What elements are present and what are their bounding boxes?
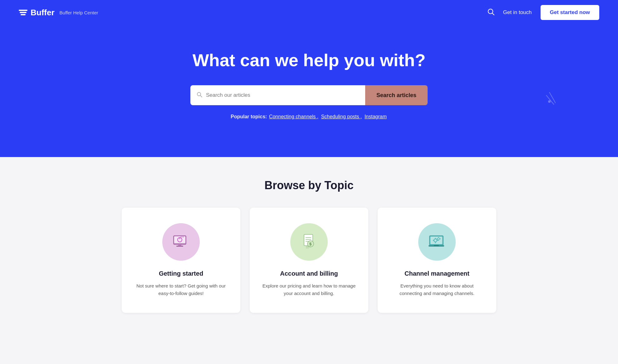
popular-topic-connecting-channels[interactable]: Connecting channels , xyxy=(269,114,318,119)
svg-rect-12 xyxy=(176,246,183,247)
card-title-channel-management: Channel management xyxy=(390,270,484,277)
search-bar-row: Search articles xyxy=(12,85,606,105)
card-desc-account-billing: Explore our pricing and learn how to man… xyxy=(262,282,356,297)
topic-card-account-billing[interactable]: $ Account and billing Explore our pricin… xyxy=(250,208,368,313)
svg-text:$: $ xyxy=(309,242,312,246)
popular-topic-scheduling-posts[interactable]: Scheduling posts , xyxy=(321,114,362,119)
svg-point-4 xyxy=(548,100,551,103)
card-icon-account-billing: $ xyxy=(290,223,328,261)
svg-rect-36 xyxy=(437,239,438,239)
card-icon-channel-management xyxy=(418,223,456,261)
svg-point-13 xyxy=(183,237,184,238)
search-input-wrap xyxy=(190,85,365,105)
svg-point-2 xyxy=(197,92,201,96)
buffer-logo: Buffer xyxy=(19,8,55,17)
search-input[interactable] xyxy=(206,92,359,98)
browse-title: Browse by Topic xyxy=(19,179,599,192)
svg-rect-29 xyxy=(435,242,436,243)
svg-rect-22 xyxy=(306,246,311,247)
card-title-getting-started: Getting started xyxy=(134,270,228,277)
header-search-button[interactable] xyxy=(488,8,494,17)
help-center-label: Buffer Help Center xyxy=(60,10,98,15)
topic-card-channel-management[interactable]: Channel management Everything you need t… xyxy=(378,208,496,313)
svg-rect-34 xyxy=(438,237,439,238)
card-desc-channel-management: Everything you need to know about connec… xyxy=(390,282,484,297)
popular-topics: Popular topics: Connecting channels , Sc… xyxy=(12,114,606,120)
cards-row: Getting started Not sure where to start?… xyxy=(19,208,599,313)
logo-text: Buffer xyxy=(31,8,55,17)
svg-point-27 xyxy=(434,239,437,242)
svg-line-5 xyxy=(546,95,554,105)
header: Buffer Buffer Help Center Get in touch G… xyxy=(0,0,618,25)
svg-line-3 xyxy=(200,96,202,97)
svg-rect-23 xyxy=(306,248,309,248)
popular-topics-label: Popular topics: xyxy=(231,114,267,119)
svg-rect-35 xyxy=(438,240,439,241)
popular-topic-instagram[interactable]: Instagram xyxy=(365,114,387,119)
browse-section: Browse by Topic xyxy=(0,157,618,332)
header-left: Buffer Buffer Help Center xyxy=(19,8,98,17)
hero-title: What can we help you with? xyxy=(12,50,606,70)
card-icon-getting-started xyxy=(162,223,200,261)
card-title-account-billing: Account and billing xyxy=(262,270,356,277)
search-input-icon xyxy=(197,92,202,99)
card-desc-getting-started: Not sure where to start? Get going with … xyxy=(134,282,228,297)
svg-point-14 xyxy=(182,237,183,238)
topic-card-getting-started[interactable]: Getting started Not sure where to start?… xyxy=(122,208,240,313)
svg-point-15 xyxy=(181,237,182,238)
buffer-logo-icon xyxy=(19,10,27,15)
search-articles-button[interactable]: Search articles xyxy=(365,85,428,105)
get-started-button[interactable]: Get started now xyxy=(541,5,599,20)
svg-rect-37 xyxy=(440,239,441,239)
get-in-touch-button[interactable]: Get in touch xyxy=(503,9,532,16)
svg-rect-39 xyxy=(434,245,439,246)
header-right: Get in touch Get started now xyxy=(488,5,599,20)
svg-point-33 xyxy=(438,238,439,240)
svg-point-0 xyxy=(488,9,493,14)
svg-rect-28 xyxy=(435,238,436,239)
svg-line-1 xyxy=(492,13,494,15)
hero-section: What can we help you with? Search articl… xyxy=(0,25,618,157)
svg-rect-30 xyxy=(433,240,434,241)
hero-decoration xyxy=(531,86,556,112)
